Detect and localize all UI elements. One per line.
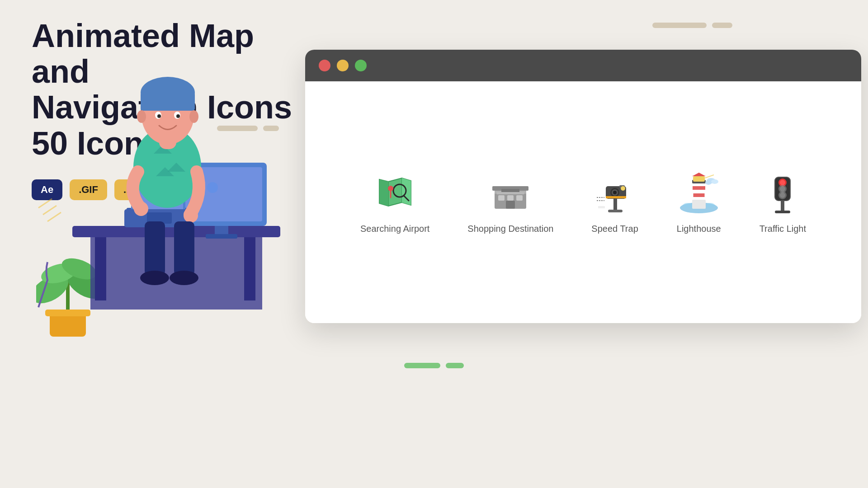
- svg-rect-36: [145, 221, 165, 276]
- svg-rect-9: [95, 237, 106, 300]
- svg-rect-59: [608, 210, 623, 212]
- svg-rect-55: [506, 201, 515, 209]
- speed-trap-label: Speed Trap: [591, 224, 638, 234]
- svg-marker-76: [692, 173, 706, 176]
- svg-rect-66: [606, 196, 626, 198]
- svg-rect-56: [501, 189, 519, 192]
- shopping-destination-icon: [488, 170, 533, 216]
- svg-rect-84: [775, 211, 790, 213]
- deco-bar-green-2: [446, 363, 464, 368]
- browser-titlebar: [305, 50, 861, 81]
- svg-point-39: [170, 271, 198, 285]
- svg-point-32: [157, 114, 161, 118]
- deco-top-right: [652, 23, 732, 28]
- speed-trap-icon: [592, 170, 637, 216]
- icon-item-shopping-destination[interactable]: Shopping Destination: [467, 170, 553, 234]
- svg-rect-75: [693, 176, 705, 182]
- svg-point-24: [134, 202, 148, 216]
- lighthouse-icon: [676, 170, 722, 216]
- svg-point-78: [683, 203, 692, 207]
- svg-point-40: [207, 182, 218, 193]
- svg-rect-69: [598, 206, 605, 208]
- svg-point-81: [711, 179, 718, 184]
- searching-airport-label: Searching Airport: [360, 224, 429, 234]
- icon-item-searching-airport[interactable]: Searching Airport: [360, 170, 429, 234]
- svg-line-42: [43, 206, 57, 215]
- deco-bar-1: [652, 23, 707, 28]
- svg-rect-37: [174, 221, 194, 276]
- svg-rect-53: [507, 195, 514, 201]
- searching-airport-icon: [373, 170, 418, 216]
- svg-point-87: [780, 180, 785, 185]
- svg-point-48: [388, 186, 393, 191]
- svg-point-34: [137, 110, 146, 123]
- svg-rect-71: [692, 200, 706, 209]
- svg-point-82: [705, 180, 712, 185]
- svg-point-91: [780, 192, 785, 198]
- browser-window: Searching Airport: [305, 50, 861, 323]
- svg-rect-13: [215, 226, 228, 235]
- deco-bar-2: [712, 23, 732, 28]
- svg-point-89: [780, 186, 785, 192]
- svg-rect-14: [206, 234, 237, 239]
- browser-maximize-button[interactable]: [355, 60, 367, 71]
- svg-rect-72: [693, 186, 705, 190]
- browser-minimize-button[interactable]: [337, 60, 349, 71]
- icon-item-traffic-light[interactable]: Traffic Light: [760, 170, 806, 234]
- svg-rect-57: [497, 192, 524, 194]
- svg-point-38: [140, 271, 169, 285]
- svg-line-41: [38, 199, 52, 208]
- svg-point-63: [613, 191, 617, 194]
- svg-rect-73: [693, 193, 704, 197]
- deco-bar-green-1: [404, 363, 440, 368]
- svg-point-79: [706, 203, 715, 207]
- svg-line-43: [47, 212, 61, 221]
- svg-point-65: [621, 186, 625, 191]
- shopping-destination-label: Shopping Destination: [467, 224, 553, 234]
- svg-rect-54: [516, 195, 523, 201]
- traffic-light-label: Traffic Light: [760, 224, 806, 234]
- svg-rect-10: [244, 237, 255, 300]
- icon-item-lighthouse[interactable]: Lighthouse: [676, 170, 722, 234]
- desk-illustration: [36, 0, 280, 343]
- svg-point-35: [189, 110, 198, 123]
- lighthouse-label: Lighthouse: [677, 224, 721, 234]
- svg-rect-29: [141, 93, 195, 111]
- traffic-light-icon: [760, 170, 805, 216]
- browser-content: Searching Airport: [305, 81, 861, 323]
- svg-rect-52: [498, 195, 505, 201]
- deco-bottom: [404, 363, 464, 368]
- svg-point-33: [176, 114, 180, 118]
- svg-rect-1: [45, 310, 90, 316]
- svg-line-77: [705, 175, 714, 178]
- svg-point-25: [184, 208, 198, 223]
- icon-item-speed-trap[interactable]: Speed Trap: [591, 170, 638, 234]
- browser-close-button[interactable]: [319, 60, 330, 71]
